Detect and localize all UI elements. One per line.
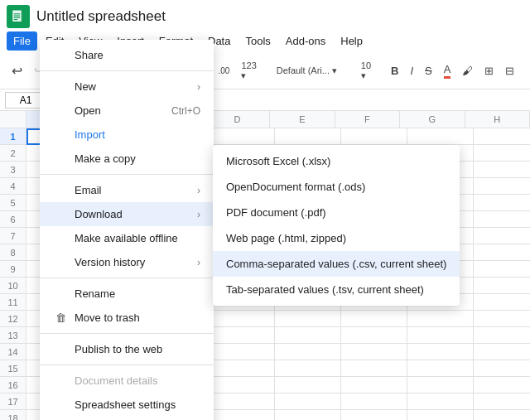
fm-copy[interactable]: Make a copy (40, 147, 214, 171)
grid-cell[interactable] (209, 311, 275, 327)
grid-cell[interactable] (474, 178, 530, 195)
row-header[interactable]: 7 (0, 228, 26, 244)
fm-email[interactable]: Email › (40, 178, 214, 202)
grid-cell[interactable] (275, 311, 341, 327)
fm-rename[interactable]: Rename (40, 282, 214, 306)
font-select[interactable]: Default (Ari... ▾ (272, 62, 346, 80)
grid-cell[interactable] (407, 360, 474, 377)
grid-cell[interactable] (474, 294, 530, 311)
grid-cell[interactable] (474, 211, 530, 228)
grid-cell[interactable] (407, 311, 474, 327)
row-header[interactable]: 8 (0, 244, 26, 261)
decimal-less-button[interactable]: .00 (214, 63, 235, 79)
dl-html[interactable]: Web page (.html, zipped) (213, 225, 460, 251)
row-header[interactable]: 14 (0, 344, 26, 360)
menu-file[interactable]: File (7, 31, 37, 51)
menu-addons[interactable]: Add-ons (279, 31, 332, 51)
grid-cell[interactable] (341, 344, 407, 360)
grid-cell[interactable] (209, 377, 275, 393)
grid-cell[interactable] (209, 393, 275, 410)
dl-csv[interactable]: Comma-separated values (.csv, current sh… (213, 251, 460, 277)
grid-cell[interactable] (474, 145, 530, 162)
grid-cell[interactable] (275, 327, 341, 344)
merge-button[interactable]: ⊟ (500, 61, 519, 80)
row-header[interactable]: 10 (0, 278, 26, 294)
fontsize-select[interactable]: 10 ▾ (356, 57, 376, 84)
grid-cell[interactable] (474, 261, 530, 278)
menu-tools[interactable]: Tools (238, 31, 277, 51)
dl-xlsx[interactable]: Microsoft Excel (.xlsx) (213, 148, 460, 174)
grid-cell[interactable] (275, 393, 341, 410)
borders-button[interactable]: ⊞ (479, 61, 499, 80)
fm-settings[interactable]: Spreadsheet settings (40, 393, 214, 417)
bold-button[interactable]: B (386, 61, 403, 80)
fm-open[interactable]: Open Ctrl+O (40, 99, 214, 123)
grid-cell[interactable] (341, 128, 407, 145)
row-header[interactable]: 5 (0, 195, 26, 211)
row-header[interactable]: 6 (0, 211, 26, 228)
row-header[interactable]: 11 (0, 294, 26, 311)
grid-cell[interactable] (341, 410, 407, 420)
fm-trash[interactable]: 🗑 Move to trash (40, 306, 214, 330)
grid-cell[interactable] (275, 128, 341, 145)
grid-cell[interactable] (275, 410, 341, 420)
menu-help[interactable]: Help (334, 31, 369, 51)
grid-cell[interactable] (341, 327, 407, 344)
row-header[interactable]: 17 (0, 393, 26, 410)
row-header[interactable]: 13 (0, 327, 26, 344)
grid-cell[interactable] (341, 393, 407, 410)
col-header-g[interactable]: G (400, 111, 465, 128)
row-header[interactable]: 15 (0, 360, 26, 377)
grid-cell[interactable] (407, 393, 474, 410)
grid-cell[interactable] (474, 228, 530, 244)
grid-cell[interactable] (341, 311, 407, 327)
grid-cell[interactable] (407, 410, 474, 420)
fm-import[interactable]: Import (40, 123, 214, 147)
grid-cell[interactable] (474, 311, 530, 327)
grid-cell[interactable] (407, 377, 474, 393)
grid-cell[interactable] (407, 344, 474, 360)
grid-cell[interactable] (474, 393, 530, 410)
grid-cell[interactable] (275, 344, 341, 360)
row-header[interactable]: 3 (0, 162, 26, 178)
grid-cell[interactable] (474, 195, 530, 211)
col-header-f[interactable]: F (335, 111, 400, 128)
text-color-button[interactable]: A (439, 60, 456, 82)
fm-download[interactable]: Download › (40, 202, 214, 226)
grid-cell[interactable] (209, 327, 275, 344)
grid-cell[interactable] (341, 377, 407, 393)
row-header[interactable]: 18 (0, 410, 26, 420)
grid-cell[interactable] (474, 360, 530, 377)
row-header[interactable]: 2 (0, 145, 26, 162)
dl-pdf[interactable]: PDF document (.pdf) (213, 200, 460, 225)
grid-cell[interactable] (474, 377, 530, 393)
dl-ods[interactable]: OpenDocument format (.ods) (213, 174, 460, 200)
grid-cell[interactable] (474, 244, 530, 261)
italic-button[interactable]: I (405, 61, 418, 80)
col-header-h[interactable]: H (465, 111, 530, 128)
format-type-button[interactable]: 123 ▾ (236, 57, 261, 84)
row-header[interactable]: 4 (0, 178, 26, 195)
grid-cell[interactable] (209, 410, 275, 420)
undo-button[interactable]: ↩ (7, 60, 27, 82)
grid-cell[interactable] (275, 360, 341, 377)
row-header[interactable]: 9 (0, 261, 26, 278)
grid-cell[interactable] (209, 360, 275, 377)
grid-cell[interactable] (341, 360, 407, 377)
grid-cell[interactable] (275, 377, 341, 393)
grid-cell[interactable] (474, 344, 530, 360)
row-header[interactable]: 1 (0, 128, 26, 145)
grid-cell[interactable] (474, 278, 530, 294)
fm-offline[interactable]: Make available offline (40, 226, 214, 250)
grid-cell[interactable] (474, 128, 530, 145)
highlight-color-button[interactable]: 🖌 (457, 61, 478, 80)
fm-history[interactable]: Version history › (40, 250, 214, 274)
strikethrough-button[interactable]: S (420, 61, 437, 80)
fm-new[interactable]: New › (40, 75, 214, 99)
grid-cell[interactable] (474, 327, 530, 344)
grid-cell[interactable] (209, 128, 275, 145)
fm-publish[interactable]: Publish to the web (40, 337, 214, 361)
grid-cell[interactable] (407, 327, 474, 344)
grid-cell[interactable] (474, 162, 530, 178)
row-header[interactable]: 12 (0, 311, 26, 327)
